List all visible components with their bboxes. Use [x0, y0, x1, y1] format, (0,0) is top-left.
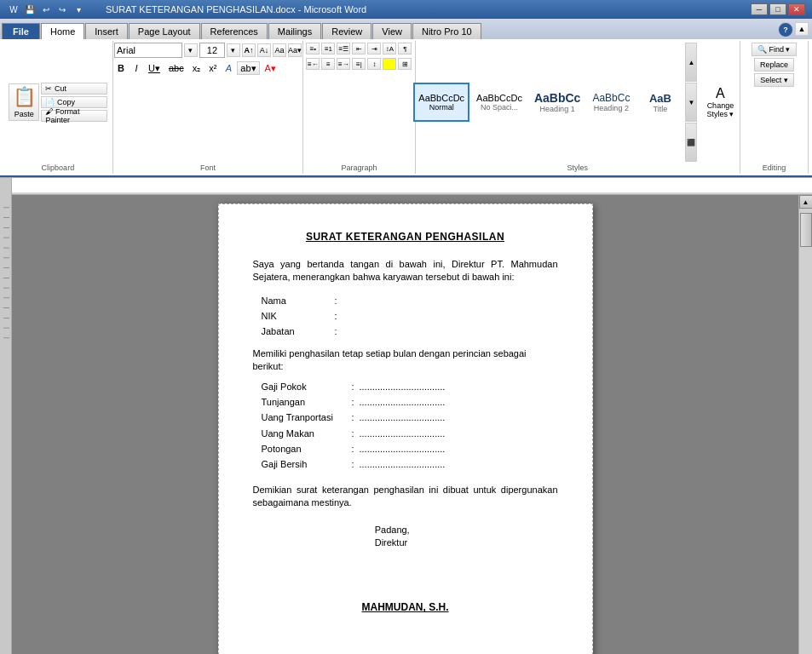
- align-left-btn[interactable]: ≡←: [306, 58, 320, 70]
- paste-button[interactable]: 📋 Paste: [9, 83, 39, 121]
- numbering-btn[interactable]: ≡1: [321, 43, 335, 54]
- subscript-button[interactable]: x₂: [189, 61, 204, 75]
- customize-qat-btn[interactable]: ▾: [72, 3, 85, 16]
- clipboard-label: Clipboard: [42, 162, 75, 172]
- document-fields: Nama : NIK : Jabatan :: [253, 295, 558, 339]
- align-center-btn[interactable]: ≡: [321, 58, 335, 70]
- cut-button[interactable]: ✂ Cut: [41, 83, 107, 95]
- decrease-indent-btn[interactable]: ⇤: [352, 43, 366, 54]
- font-size-input[interactable]: [199, 43, 225, 58]
- tab-references[interactable]: References: [201, 23, 268, 39]
- select-button[interactable]: Select ▾: [754, 73, 794, 87]
- sort-btn[interactable]: ↕A: [383, 43, 396, 54]
- font-size-dropdown[interactable]: ▾: [227, 43, 240, 57]
- tab-home[interactable]: Home: [41, 23, 84, 39]
- ribbon-group-clipboard: 📋 Paste ✂ Cut 📄 Copy 🖌 Format Painter Cl…: [3, 41, 113, 174]
- font-name-input[interactable]: [114, 43, 182, 58]
- change-styles-btn[interactable]: A ChangeStyles ▾: [699, 83, 741, 122]
- style-title[interactable]: AaB Title: [636, 83, 683, 122]
- redo-qat-btn[interactable]: ↪: [55, 3, 69, 16]
- salary-label-gajipokok: Gaji Pokok: [262, 381, 347, 393]
- ruler-area: [0, 178, 812, 195]
- grow-font-btn[interactable]: A↑: [242, 43, 256, 57]
- salary-label-uangtransportasi: Uang Tranportasi: [262, 411, 347, 424]
- salary-row-tunjangan: Tunjangan : ............................…: [253, 396, 558, 409]
- styles-down-btn[interactable]: ▼: [685, 83, 697, 122]
- tab-insert[interactable]: Insert: [85, 23, 128, 39]
- line-spacing-btn[interactable]: ↕: [367, 58, 381, 70]
- signature-position: Direktur: [375, 536, 558, 549]
- multilevel-btn[interactable]: ≡☰: [337, 43, 350, 54]
- salary-dots-uangmakan: .................................: [360, 427, 558, 440]
- ribbon-group-paragraph: ≡• ≡1 ≡☰ ⇤ ⇥ ↕A ¶ ≡← ≡ ≡→ ≡| ↕ ⊞: [303, 41, 416, 174]
- salary-row-uangtransportasi: Uang Tranportasi : .....................…: [253, 411, 558, 424]
- justify-btn[interactable]: ≡|: [352, 58, 366, 70]
- text-effects-btn[interactable]: A: [222, 61, 235, 75]
- shading-btn[interactable]: [383, 58, 396, 70]
- superscript-button[interactable]: x²: [205, 61, 220, 75]
- bullets-btn[interactable]: ≡•: [306, 43, 320, 54]
- tab-mailings[interactable]: Mailings: [268, 23, 321, 39]
- ribbon-help-btn[interactable]: ?: [778, 22, 793, 37]
- salary-colon-uangtransportasi: :: [347, 411, 360, 424]
- maximize-btn[interactable]: □: [769, 3, 786, 15]
- font-row2: B I U▾ abc x₂ x² A ab▾ A▾: [114, 61, 279, 75]
- style-heading1[interactable]: AaBbCc Heading 1: [529, 83, 585, 122]
- show-formatting-btn[interactable]: ¶: [398, 43, 412, 54]
- style-heading2[interactable]: AaBbCc Heading 2: [587, 83, 635, 122]
- undo-qat-btn[interactable]: ↩: [39, 3, 53, 16]
- font-color-btn[interactable]: A▾: [262, 61, 279, 75]
- strikethrough-button[interactable]: abc: [165, 61, 187, 75]
- field-colon-nama: :: [330, 295, 343, 307]
- styles-label: Styles: [567, 162, 589, 172]
- copy-button[interactable]: 📄 Copy: [41, 96, 107, 108]
- scroll-thumb[interactable]: [800, 213, 812, 247]
- tab-view[interactable]: View: [372, 23, 412, 39]
- document-intro: Saya yang bertanda tangan di bawah ini, …: [253, 258, 558, 284]
- underline-button[interactable]: U▾: [145, 61, 164, 75]
- salary-row-potongan: Potongan : .............................…: [253, 443, 558, 456]
- clear-format-btn[interactable]: Aa: [273, 43, 286, 57]
- font-name-dropdown[interactable]: ▾: [184, 43, 198, 57]
- shrink-font-btn[interactable]: A↓: [257, 43, 271, 57]
- clipboard-right: ✂ Cut 📄 Copy 🖌 Format Painter: [41, 83, 107, 122]
- align-right-btn[interactable]: ≡→: [337, 58, 350, 70]
- italic-button[interactable]: I: [130, 61, 143, 75]
- style-nospacing[interactable]: AaBbCcDc No Spaci...: [471, 83, 527, 122]
- font-content: ▾ ▾ A↑ A↓ Aa Aa▾ B I U▾ abc x₂ x² A ab▾: [114, 43, 302, 162]
- format-painter-button[interactable]: 🖌 Format Painter: [41, 110, 107, 122]
- vertical-scrollbar[interactable]: ▲ ▼: [798, 195, 812, 654]
- increase-indent-btn[interactable]: ⇥: [367, 43, 381, 54]
- change-case-btn[interactable]: Aa▾: [288, 43, 302, 57]
- tab-page-layout[interactable]: Page Layout: [129, 23, 200, 39]
- tab-file[interactable]: File: [2, 23, 40, 39]
- document-closing: Demikian surat keterangan penghasilan in…: [253, 484, 558, 510]
- tab-review[interactable]: Review: [322, 23, 371, 39]
- svg-rect-0: [12, 178, 812, 195]
- minimize-btn[interactable]: ─: [751, 3, 768, 15]
- ribbon-minimize-btn[interactable]: ▲: [795, 22, 809, 36]
- style-normal-label: Normal: [429, 103, 454, 112]
- salary-label-uangmakan: Uang Makan: [262, 427, 347, 440]
- bold-button[interactable]: B: [114, 61, 128, 75]
- borders-btn[interactable]: ⊞: [398, 58, 412, 70]
- ribbon-group-font: ▾ ▾ A↑ A↓ Aa Aa▾ B I U▾ abc x₂ x² A ab▾: [113, 41, 303, 174]
- style-normal[interactable]: AaBbCcDc Normal: [413, 83, 469, 122]
- scroll-up-btn[interactable]: ▲: [799, 195, 813, 209]
- highlight-btn[interactable]: ab▾: [237, 61, 259, 75]
- tab-nitro[interactable]: Nitro Pro 10: [412, 23, 481, 39]
- salary-row-uangmakan: Uang Makan : ...........................…: [253, 427, 558, 440]
- styles-up-btn[interactable]: ▲: [685, 43, 697, 82]
- field-colon-nik: :: [330, 310, 343, 323]
- style-nospacing-preview: AaBbCcDc: [476, 93, 522, 103]
- styles-nav: ▲ ▼ ⬛: [685, 43, 697, 162]
- document-area[interactable]: SURAT KETERANGAN PENGHASILAN Saya yang b…: [12, 195, 798, 654]
- style-h1-preview: AaBbCc: [534, 91, 580, 105]
- find-button[interactable]: 🔍 Find ▾: [752, 43, 796, 56]
- save-qat-btn[interactable]: 💾: [23, 3, 37, 16]
- styles-more-btn[interactable]: ⬛: [685, 123, 697, 162]
- scroll-track[interactable]: [799, 209, 812, 654]
- close-btn[interactable]: ✕: [788, 3, 805, 15]
- replace-button[interactable]: Replace: [754, 58, 794, 72]
- style-title-preview: AaB: [649, 92, 671, 105]
